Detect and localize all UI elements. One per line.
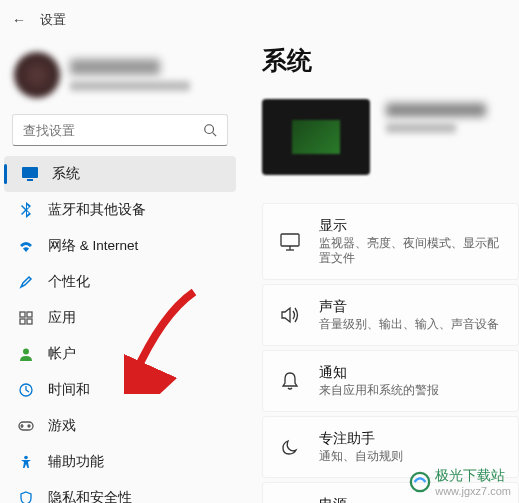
sidebar-item-label: 系统: [52, 165, 80, 183]
svg-point-12: [24, 456, 28, 460]
settings-sub: 监视器、亮度、夜间模式、显示配置文件: [319, 236, 502, 266]
monitor-icon: [279, 231, 301, 253]
svg-line-1: [213, 133, 217, 137]
device-thumbnail: [262, 99, 370, 175]
search-icon: [203, 123, 217, 141]
sidebar-item-accessibility[interactable]: 辅助功能: [0, 444, 240, 480]
user-icon: [18, 346, 34, 362]
avatar: [14, 52, 60, 98]
settings-sub: 来自应用和系统的警报: [319, 383, 439, 398]
sidebar-item-label: 个性化: [48, 273, 90, 291]
back-button[interactable]: ←: [12, 12, 26, 28]
settings-item-notifications[interactable]: 通知 来自应用和系统的警报: [262, 350, 519, 412]
app-title: 设置: [40, 11, 66, 29]
apps-icon: [18, 310, 34, 326]
svg-rect-6: [20, 319, 25, 324]
svg-rect-5: [27, 312, 32, 317]
svg-point-8: [23, 349, 29, 355]
sidebar-item-time[interactable]: 时间和: [0, 372, 240, 408]
accessibility-icon: [18, 454, 34, 470]
settings-title: 声音: [319, 298, 499, 316]
sidebar-item-label: 游戏: [48, 417, 76, 435]
nav-list: 系统 蓝牙和其他设备 网络 & Internet 个性化 应用 帐户: [0, 156, 240, 503]
sidebar-item-label: 蓝牙和其他设备: [48, 201, 146, 219]
shield-icon: [18, 490, 34, 503]
svg-rect-13: [281, 234, 299, 246]
watermark-name: 极光下载站: [435, 467, 511, 485]
gamepad-icon: [18, 418, 34, 434]
sidebar-item-gaming[interactable]: 游戏: [0, 408, 240, 444]
device-card[interactable]: [262, 99, 519, 175]
svg-rect-7: [27, 319, 32, 324]
brush-icon: [18, 274, 34, 290]
settings-title: 显示: [319, 217, 502, 235]
main-panel: 系统 显示 监视器、亮度、夜间模式、显示配置文件: [240, 0, 519, 503]
sidebar-item-privacy[interactable]: 隐私和安全性: [0, 480, 240, 503]
settings-sub: 音量级别、输出、输入、声音设备: [319, 317, 499, 332]
settings-title: 通知: [319, 364, 439, 382]
user-email: [70, 81, 190, 91]
sidebar-item-label: 帐户: [48, 345, 76, 363]
user-name: [70, 59, 160, 75]
sidebar-item-label: 应用: [48, 309, 76, 327]
watermark: 极光下载站 www.jgxz7.com: [409, 467, 511, 497]
sidebar-item-label: 辅助功能: [48, 453, 104, 471]
sidebar-item-label: 时间和: [48, 381, 90, 399]
settings-title: 电源: [319, 496, 487, 503]
sidebar-item-personalization[interactable]: 个性化: [0, 264, 240, 300]
bluetooth-icon: [18, 202, 34, 218]
system-icon: [22, 166, 38, 182]
sidebar-item-accounts[interactable]: 帐户: [0, 336, 240, 372]
settings-list: 显示 监视器、亮度、夜间模式、显示配置文件 声音 音量级别、输出、输入、声音设备…: [262, 203, 519, 503]
user-profile[interactable]: [0, 44, 240, 114]
svg-rect-2: [22, 167, 38, 178]
watermark-url: www.jgxz7.com: [435, 485, 511, 497]
sidebar: 系统 蓝牙和其他设备 网络 & Internet 个性化 应用 帐户: [0, 0, 240, 503]
settings-item-sound[interactable]: 声音 音量级别、输出、输入、声音设备: [262, 284, 519, 346]
sidebar-item-system[interactable]: 系统: [4, 156, 236, 192]
watermark-logo: [409, 471, 431, 493]
speaker-icon: [279, 304, 301, 326]
moon-icon: [279, 436, 301, 458]
svg-point-19: [411, 473, 429, 491]
clock-icon: [18, 382, 34, 398]
sidebar-item-label: 隐私和安全性: [48, 489, 132, 503]
sidebar-item-network[interactable]: 网络 & Internet: [0, 228, 240, 264]
search-field[interactable]: [23, 123, 193, 138]
page-title: 系统: [262, 44, 519, 77]
settings-title: 专注助手: [319, 430, 403, 448]
device-sub: [386, 123, 456, 133]
svg-point-0: [205, 125, 214, 134]
svg-rect-3: [27, 179, 33, 181]
svg-rect-4: [20, 312, 25, 317]
bell-icon: [279, 370, 301, 392]
wifi-icon: [18, 238, 34, 254]
sidebar-item-apps[interactable]: 应用: [0, 300, 240, 336]
sidebar-item-label: 网络 & Internet: [48, 237, 138, 255]
settings-item-display[interactable]: 显示 监视器、亮度、夜间模式、显示配置文件: [262, 203, 519, 280]
svg-point-11: [28, 425, 30, 427]
device-name: [386, 103, 486, 117]
search-input[interactable]: [12, 114, 228, 146]
settings-sub: 通知、自动规则: [319, 449, 403, 464]
sidebar-item-bluetooth[interactable]: 蓝牙和其他设备: [0, 192, 240, 228]
